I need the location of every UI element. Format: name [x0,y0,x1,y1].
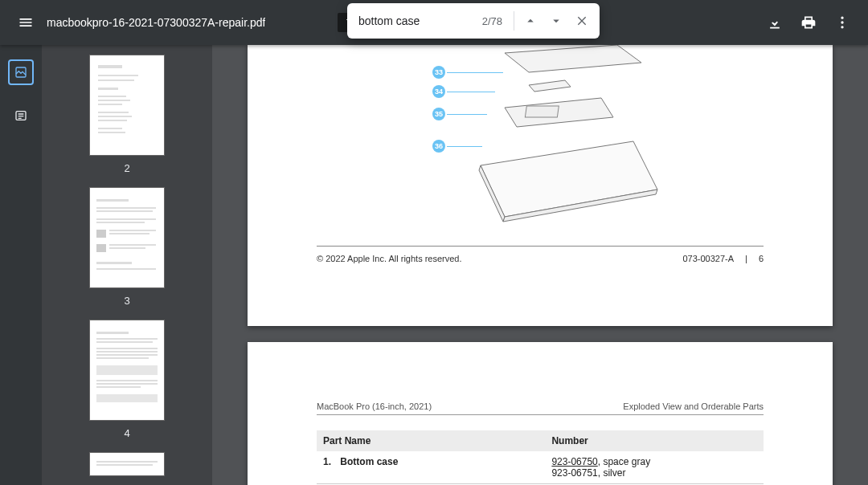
menu-button[interactable] [10,6,42,39]
svg-rect-5 [525,106,559,117]
row-index: 1. [323,456,338,467]
thumbnail-item[interactable]: 4 [42,320,212,439]
find-result-count: 2/78 [482,15,502,27]
document-filename: macbookpro-16-2021-07300327A-repair.pdf [47,16,265,29]
part-number-link[interactable]: 923-06750 [551,456,597,467]
document-viewport[interactable]: 33 34 35 36 © 2022 Apple Inc. All rights… [212,45,868,485]
callout-33: 33 [432,66,503,79]
thumbnail-item[interactable]: 3 [42,187,212,307]
thumbnail-page-5[interactable] [89,452,165,476]
svg-marker-4 [505,98,613,127]
part-name: Bottom case [340,456,398,467]
thumbnail-label: 4 [124,427,129,439]
page-footer-right: 073-00327-A | 6 [682,254,764,263]
svg-marker-3 [529,80,571,92]
svg-marker-2 [505,45,641,72]
thumbnail-label: 3 [124,295,129,307]
find-next-button[interactable] [543,8,569,34]
find-separator [514,11,514,31]
thumbnail-label: 2 [124,162,129,174]
parts-table: Part Name Number 1. Bottom case 923-0675… [317,430,764,485]
thumbnail-page-3[interactable] [89,187,165,288]
th-part-name: Part Name [317,430,545,451]
page-header-left: MacBook Pro (16-inch, 2021) [317,401,432,411]
print-button[interactable] [792,6,825,39]
th-number: Number [545,430,764,451]
thumbnails-rail-button[interactable] [8,59,34,85]
table-header-row: Part Name Number [317,430,764,451]
thumbnail-item[interactable] [42,452,212,476]
download-button[interactable] [759,6,791,39]
page-header-rule [317,414,764,415]
part-numbers: 923-06750, space gray 923-06751, silver [545,451,764,483]
pdf-page-6: 33 34 35 36 © 2022 Apple Inc. All rights… [248,45,833,326]
find-bar: 2/78 [347,3,600,39]
find-close-button[interactable] [569,8,595,34]
thumbnail-page-2[interactable] [89,55,165,156]
thumbnail-page-4[interactable] [89,320,165,421]
page-footer-rule [317,246,764,247]
thumbnail-sidebar[interactable]: 2 3 [42,45,212,485]
copyright-text: © 2022 Apple Inc. All rights reserved. [317,254,462,263]
more-actions-button[interactable] [826,6,858,39]
thumbnail-item[interactable]: 2 [42,55,212,174]
table-row: 1. Bottom case 923-06750, space gray 923… [317,451,764,484]
find-input[interactable] [358,14,474,27]
callout-36: 36 [432,140,482,153]
find-prev-button[interactable] [518,8,543,34]
part-number: 923-06751 [551,467,597,479]
pdf-page-7: MacBook Pro (16-inch, 2021) Exploded Vie… [248,342,833,485]
callout-35: 35 [432,108,487,120]
page-header: MacBook Pro (16-inch, 2021) Exploded Vie… [317,401,764,411]
callout-34: 34 [432,85,495,98]
outline-rail-button[interactable] [8,103,34,128]
page-header-right: Exploded View and Orderable Parts [623,401,764,411]
view-rail [0,45,42,485]
